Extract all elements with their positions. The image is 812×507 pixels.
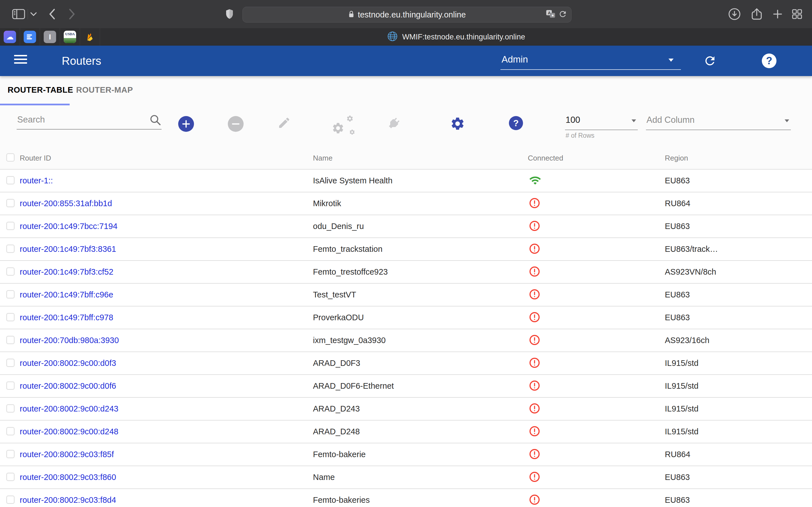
column-header-name: Name — [313, 154, 528, 163]
error-disconnected-icon — [529, 387, 540, 392]
error-disconnected-icon — [529, 456, 540, 460]
pinned-tab-docs[interactable] — [20, 28, 40, 46]
row-checkbox[interactable] — [6, 404, 15, 413]
router-id-link[interactable]: router-200:1c49:7bcc:7194 — [20, 222, 117, 231]
error-disconnected-icon — [529, 478, 540, 483]
batch-settings-gears-icon[interactable] — [332, 116, 355, 135]
document-lines-icon — [24, 31, 36, 43]
rows-per-page-value: 100 — [566, 115, 580, 125]
router-id-link[interactable]: router-200:8002:9c00:d243 — [20, 404, 118, 413]
router-name: odu_Denis_ru — [313, 222, 364, 231]
row-checkbox[interactable] — [6, 358, 15, 367]
pinned-tab-info[interactable]: I — [40, 28, 60, 46]
row-checkbox[interactable] — [6, 313, 15, 321]
select-all-checkbox[interactable] — [6, 153, 15, 162]
url-text: testnode.eu.thingularity.online — [358, 10, 466, 19]
column-header-router-id: Router ID — [16, 154, 313, 163]
table-body: router-1:: IsAlive System Health EU863 r… — [0, 169, 812, 507]
user-role-select[interactable]: Admin — [500, 52, 681, 70]
chrome-divider — [28, 9, 28, 19]
router-name: Femto_trestoffce923 — [313, 267, 388, 276]
row-checkbox[interactable] — [6, 427, 15, 436]
router-id-link[interactable]: router-1:: — [20, 176, 53, 185]
downloads-icon[interactable] — [728, 8, 741, 20]
app-header: Routers Admin ? — [0, 46, 812, 76]
row-checkbox[interactable] — [6, 176, 15, 184]
sidebar-toggle-icon[interactable] — [12, 8, 25, 20]
router-region: IL915/std — [665, 404, 698, 413]
router-name: Test_testVT — [313, 290, 356, 299]
router-id-link[interactable]: router-200:1c49:7bff:c978 — [20, 313, 113, 322]
router-name: IsAlive System Health — [313, 176, 393, 185]
router-id-link[interactable]: router-200:8002:9c03:f8d4 — [20, 496, 116, 504]
error-disconnected-icon — [529, 273, 540, 278]
privacy-shield-icon[interactable] — [225, 8, 234, 20]
settings-gear-icon[interactable] — [450, 116, 465, 131]
row-checkbox[interactable] — [6, 450, 15, 458]
table-row: router-200:1c49:7bcc:7194 odu_Denis_ru E… — [0, 215, 812, 238]
reload-icon[interactable] — [558, 10, 567, 20]
row-checkbox[interactable] — [6, 381, 15, 390]
table-row: router-200:8002:9c00:d248 ARAD_D248 IL91… — [0, 420, 812, 443]
table-row: router-200:1c49:7bff:c96e Test_testVT EU… — [0, 284, 812, 306]
router-id-link[interactable]: router-200:8002:9c00:d0f6 — [20, 381, 116, 390]
row-checkbox[interactable] — [6, 473, 15, 481]
router-id-link[interactable]: router-200:1c49:7bf3:cf52 — [20, 267, 113, 276]
rows-helper-label: # of Rows — [566, 132, 594, 139]
usda-grass-stripe — [64, 38, 76, 43]
table-row: router-200:8002:9c00:d0f6 ARAD_D0F6-Ethe… — [0, 375, 812, 398]
router-id-link[interactable]: router-200:8002:9c03:f85f — [20, 450, 114, 459]
table-row: router-200:8002:9c03:f85f Femto-bakerie … — [0, 443, 812, 466]
row-checkbox[interactable] — [6, 244, 15, 253]
row-checkbox[interactable] — [6, 267, 15, 276]
pinned-tab-firebase[interactable] — [80, 28, 100, 46]
router-id-link[interactable]: router-200:1c49:7bf3:8361 — [20, 244, 116, 253]
active-tab-title: WMIF:testnode.eu.thingularity.online — [402, 33, 525, 41]
pinned-tab-usda[interactable]: USDA — [60, 28, 80, 46]
add-router-button[interactable] — [178, 116, 194, 132]
usda-favicon: USDA — [64, 31, 76, 43]
router-name: ProverkaODU — [313, 313, 364, 322]
router-region: EU863/track… — [665, 244, 718, 253]
forward-button-icon[interactable] — [67, 8, 77, 20]
tab-router-map[interactable]: ROUTER-MAP — [76, 76, 133, 104]
table-help-button[interactable]: ? — [509, 116, 523, 130]
row-checkbox[interactable] — [6, 290, 15, 298]
tab-overview-icon[interactable] — [791, 8, 803, 20]
row-checkbox[interactable] — [6, 199, 15, 207]
active-browser-tab[interactable]: WMIF:testnode.eu.thingularity.online — [100, 28, 812, 46]
search-input[interactable] — [17, 112, 142, 128]
router-id-link[interactable]: router-200:855:31af:bb1d — [20, 199, 112, 208]
menu-hamburger-icon[interactable] — [14, 55, 27, 66]
url-bar[interactable]: testnode.eu.thingularity.online A★ — [243, 7, 571, 22]
row-checkbox[interactable] — [6, 336, 15, 344]
rows-per-page-select[interactable]: 100 # of Rows — [565, 112, 638, 130]
router-id-link[interactable]: router-200:8002:9c03:f860 — [20, 473, 116, 482]
router-id-link[interactable]: router-200:8002:9c00:d248 — [20, 427, 118, 436]
help-icon[interactable]: ? — [762, 54, 776, 68]
dropdown-arrow-icon — [784, 119, 789, 122]
edit-pencil-icon[interactable] — [277, 116, 291, 129]
back-button-icon[interactable] — [47, 8, 57, 20]
sidebar-chevron-down-icon[interactable] — [30, 12, 37, 16]
router-id-link[interactable]: router-200:1c49:7bff:c96e — [20, 290, 113, 299]
refresh-icon[interactable] — [703, 54, 717, 69]
remove-router-button[interactable] — [228, 116, 244, 132]
svg-text:★: ★ — [551, 13, 554, 17]
error-disconnected-icon — [529, 433, 540, 438]
search-field[interactable] — [17, 112, 161, 129]
tab-router-table[interactable]: ROUTER-TABLE — [8, 76, 73, 104]
router-id-link[interactable]: router-200:8002:9c00:d0f3 — [20, 358, 116, 368]
row-checkbox[interactable] — [6, 222, 15, 230]
table-row: router-200:1c49:7bff:c978 ProverkaODU EU… — [0, 306, 812, 329]
translate-icon[interactable]: A★ — [546, 9, 555, 20]
row-checkbox[interactable] — [6, 496, 15, 504]
pinned-tab-cloud[interactable]: ☁ — [0, 28, 20, 46]
router-id-link[interactable]: router-200:70db:980a:3930 — [20, 336, 119, 345]
share-icon[interactable] — [750, 7, 763, 21]
router-name: Mikrotik — [313, 199, 341, 208]
router-name: Name — [313, 473, 335, 482]
add-column-select[interactable]: Add Column — [646, 112, 791, 130]
connect-plug-icon[interactable] — [387, 116, 401, 131]
new-tab-icon[interactable] — [771, 8, 784, 20]
